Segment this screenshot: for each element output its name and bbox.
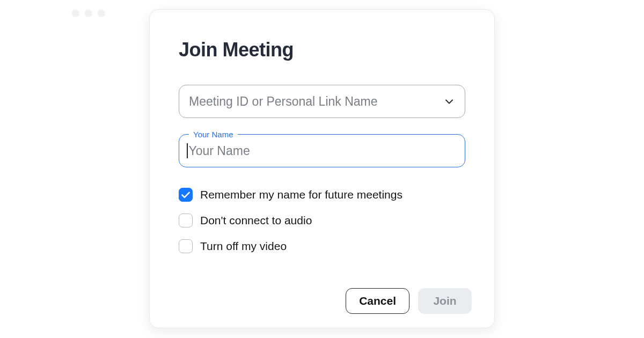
window-traffic-dots (72, 10, 105, 17)
meeting-id-input[interactable]: Meeting ID or Personal Link Name (179, 85, 465, 118)
join-button: Join (418, 288, 472, 314)
no-audio-checkbox[interactable] (179, 214, 193, 227)
no-video-label: Turn off my video (200, 240, 287, 253)
your-name-placeholder: Your Name (189, 144, 250, 158)
no-video-checkbox[interactable] (179, 239, 193, 253)
no-audio-label: Don't connect to audio (200, 214, 312, 227)
remember-name-option[interactable]: Remember my name for future meetings (179, 188, 465, 202)
window-dot (98, 10, 105, 17)
your-name-input[interactable]: Your Name Your Name (179, 134, 465, 167)
no-audio-option[interactable]: Don't connect to audio (179, 214, 465, 227)
text-cursor (187, 143, 188, 158)
window-dot (85, 10, 92, 17)
remember-name-checkbox[interactable] (179, 188, 193, 202)
join-meeting-dialog: Join Meeting Meeting ID or Personal Link… (149, 9, 495, 328)
your-name-label: Your Name (189, 130, 238, 139)
remember-name-label: Remember my name for future meetings (200, 188, 402, 201)
window-dot (72, 10, 79, 17)
dialog-title: Join Meeting (179, 39, 465, 61)
chevron-down-icon[interactable] (443, 95, 455, 107)
cancel-button[interactable]: Cancel (346, 288, 409, 314)
meeting-id-placeholder: Meeting ID or Personal Link Name (189, 94, 443, 109)
dialog-footer: Cancel Join (346, 288, 472, 314)
checkmark-icon (181, 192, 190, 199)
no-video-option[interactable]: Turn off my video (179, 239, 465, 253)
